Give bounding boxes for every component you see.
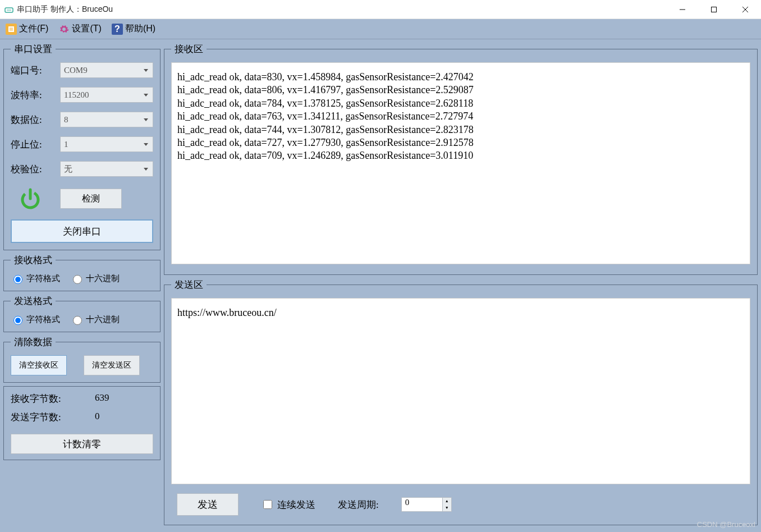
svg-rect-3 <box>712 7 717 12</box>
recv-format-hex[interactable]: 十六进制 <box>70 273 120 284</box>
recv-textarea[interactable] <box>171 62 750 264</box>
minimize-button[interactable] <box>667 0 698 19</box>
file-icon <box>6 24 17 35</box>
databits-combo[interactable]: 8 <box>60 112 153 127</box>
parity-label: 校验位: <box>11 163 54 176</box>
send-area-legend: 发送区 <box>171 278 207 291</box>
power-toggle[interactable] <box>17 186 43 212</box>
clear-data-legend: 清除数据 <box>11 336 56 348</box>
recv-format-legend: 接收格式 <box>11 254 56 267</box>
send-textarea[interactable] <box>171 298 750 484</box>
window-title: 串口助手 制作人：BruceOu <box>17 4 667 15</box>
parity-combo[interactable]: 无 <box>60 161 153 177</box>
period-label: 发送周期: <box>338 498 379 511</box>
detect-button[interactable]: 检测 <box>60 189 122 209</box>
recv-format-char[interactable]: 字符格式 <box>11 273 60 284</box>
period-spinner[interactable]: 0 ▲ ▼ <box>401 497 452 512</box>
recv-bytes-value: 639 <box>95 392 109 405</box>
help-icon: ? <box>112 24 123 35</box>
send-format-group: 发送格式 字符格式 十六进制 <box>3 295 161 332</box>
menu-settings[interactable]: 设置(T) <box>58 23 101 35</box>
app-icon <box>4 5 13 14</box>
stopbits-combo[interactable]: 1 <box>60 136 153 152</box>
recv-bytes-label: 接收字节数: <box>11 392 78 405</box>
send-format-hex[interactable]: 十六进制 <box>70 314 120 325</box>
close-button[interactable] <box>730 0 761 19</box>
send-controls: 发送 连续发送 发送周期: 0 ▲ ▼ <box>171 491 750 518</box>
send-bytes-value: 0 <box>95 411 100 424</box>
baud-combo[interactable]: 115200 <box>60 87 153 103</box>
spinner-up[interactable]: ▲ <box>443 498 451 505</box>
continuous-send-checkbox[interactable]: 连续发送 <box>261 498 315 511</box>
window-controls <box>667 0 761 19</box>
reset-count-button[interactable]: 计数清零 <box>11 434 153 454</box>
send-button[interactable]: 发送 <box>177 493 239 516</box>
send-format-char[interactable]: 字符格式 <box>11 314 60 325</box>
clear-recv-button[interactable]: 清空接收区 <box>11 355 67 375</box>
recv-area-group: 接收区 <box>164 43 758 275</box>
send-area-group: 发送区 发送 连续发送 发送周期: 0 ▲ ▼ <box>164 278 758 525</box>
databits-label: 数据位: <box>11 113 54 126</box>
gear-icon <box>58 24 70 35</box>
send-bytes-label: 发送字节数: <box>11 411 78 424</box>
menubar: 文件(F) 设置(T) ? 帮助(H) <box>0 19 761 39</box>
close-port-button[interactable]: 关闭串口 <box>11 219 153 243</box>
baud-label: 波特率: <box>11 89 54 102</box>
stats-box: 接收字节数: 639 发送字节数: 0 计数清零 <box>3 386 161 460</box>
menu-help[interactable]: ? 帮助(H) <box>112 23 155 35</box>
right-panel: 接收区 发送区 发送 连续发送 发送周期: 0 ▲ ▼ <box>164 43 758 529</box>
serial-settings-group: 串口设置 端口号: COM9 波特率: 115200 数据位: 8 停止位: 1… <box>3 43 161 250</box>
workspace: 串口设置 端口号: COM9 波特率: 115200 数据位: 8 停止位: 1… <box>0 39 761 532</box>
recv-format-group: 接收格式 字符格式 十六进制 <box>3 254 161 291</box>
port-combo[interactable]: COM9 <box>60 62 153 78</box>
serial-settings-legend: 串口设置 <box>11 43 56 56</box>
clear-data-group: 清除数据 清空接收区 清空发送区 <box>3 336 161 383</box>
clear-send-button[interactable]: 清空发送区 <box>84 355 140 375</box>
watermark: CSDN @Bruceoxl <box>697 520 755 529</box>
recv-area-legend: 接收区 <box>171 43 207 56</box>
stopbits-label: 停止位: <box>11 138 54 151</box>
titlebar: 串口助手 制作人：BruceOu <box>0 0 761 19</box>
send-format-legend: 发送格式 <box>11 295 56 308</box>
maximize-button[interactable] <box>698 0 730 19</box>
left-panel: 串口设置 端口号: COM9 波特率: 115200 数据位: 8 停止位: 1… <box>3 43 161 529</box>
spinner-down[interactable]: ▼ <box>443 505 451 511</box>
port-label: 端口号: <box>11 64 54 77</box>
menu-file[interactable]: 文件(F) <box>6 23 48 35</box>
